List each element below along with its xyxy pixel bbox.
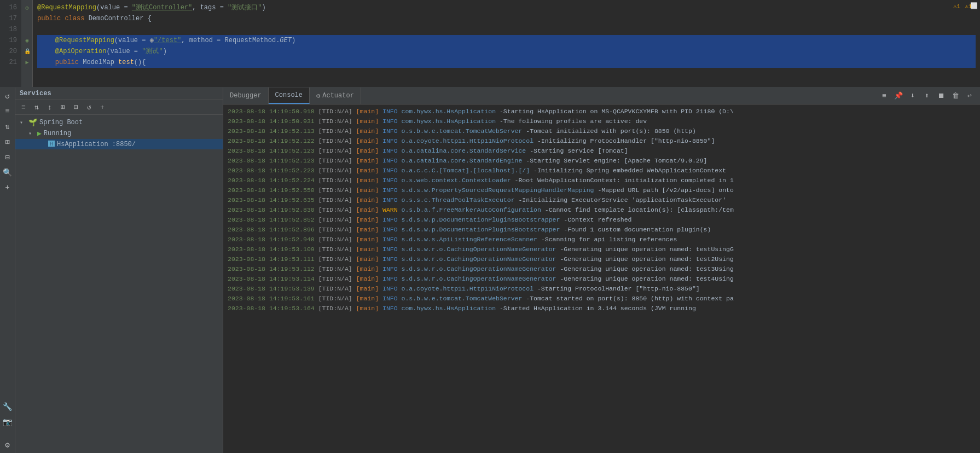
log-thread: [main] (356, 305, 379, 312)
log-tid: [TID:N/A] (318, 127, 352, 135)
log-message: -Tomcat started on port(s): 8850 (http) … (526, 295, 734, 302)
filter-icon[interactable]: ⊟ (2, 151, 14, 163)
log-class: o.a.catalina.core.StandardService (402, 147, 526, 154)
log-thread: [main] (356, 127, 379, 135)
add-icon[interactable]: + (2, 182, 14, 194)
log-timestamp: 2023-08-18 14:19:52.852 (228, 216, 315, 223)
console-btn-wrap[interactable]: ↩ (964, 90, 976, 102)
code-line-21: public ModelMap test(){ (37, 57, 976, 68)
search-icon[interactable]: 🔍 (2, 166, 14, 178)
log-line: 2023-08-18 14:19:53.114 [TID:N/A] [main]… (228, 274, 976, 284)
toolbar-all-btn[interactable]: ≡ (18, 101, 30, 113)
log-thread: [main] (356, 157, 379, 164)
log-timestamp: 2023-08-18 14:19:53.111 (228, 255, 315, 263)
log-message: -Context refreshed (564, 216, 631, 223)
code-line-16: @RequestMapping(value = "测试Controller", … (37, 2, 976, 13)
log-message: -Initializing ExecutorService 'applicati… (518, 196, 726, 204)
sort-icon[interactable]: ⇅ (2, 120, 14, 132)
code-line-19: @RequestMapping(value = ◉"/test", method… (37, 35, 976, 46)
string-val[interactable]: "测试Controller" (132, 4, 192, 11)
gear-icon[interactable]: ⚙ (2, 439, 14, 451)
log-level: INFO (382, 137, 398, 144)
code-line-17: public class DemoController { (37, 13, 976, 24)
keyword: public (55, 59, 83, 66)
log-class: o.a.c.c.C.[Tomcat].[localhost].[/] (402, 167, 530, 174)
wrench-icon[interactable]: 🔧 (2, 400, 14, 413)
toolbar-sort-btn[interactable]: ⇅ (31, 101, 43, 113)
log-thread: [main] (356, 206, 379, 213)
toolbar-add-btn[interactable]: + (96, 101, 108, 113)
log-timestamp: 2023-08-18 14:19:53.164 (228, 305, 315, 312)
console-btn-lines[interactable]: ≡ (878, 90, 890, 102)
code-text: ) (262, 4, 265, 11)
toolbar-filter-btn[interactable]: ⊟ (70, 101, 82, 113)
console-btn-clear[interactable]: 🗑 (949, 90, 961, 102)
console-btn-stop[interactable]: ⏹ (935, 90, 947, 102)
tree-item-hs-app[interactable]: ▸ 🅷 HsApplication :8850/ (15, 139, 223, 149)
log-message: -Scanning for api listing references (541, 236, 677, 243)
toolbar-search-btn[interactable]: ↺ (83, 101, 95, 113)
toolbar-collapse-btn[interactable]: ↕ (44, 101, 56, 113)
log-thread: [main] (356, 255, 379, 263)
services-header: Services ⬜ (15, 88, 223, 100)
log-level: INFO (382, 177, 398, 184)
log-line: 2023-08-18 14:19:52.123 [TID:N/A] [main]… (228, 146, 976, 156)
log-line: 2023-08-18 14:19:52.852 [TID:N/A] [main]… (228, 215, 976, 225)
log-timestamp: 2023-08-18 14:19:50.931 (228, 118, 315, 125)
log-message: -Starting Servlet engine: [Apache Tomcat… (526, 157, 707, 164)
log-thread: [main] (356, 285, 379, 292)
tab-actuator[interactable]: ⚙ Actuator (310, 88, 361, 104)
log-level: INFO (382, 147, 398, 154)
line-num: 21 (4, 57, 17, 68)
log-timestamp: 2023-08-18 14:19:52.635 (228, 196, 315, 204)
log-level: INFO (382, 305, 398, 312)
log-class: s.d.s.w.p.DocumentationPluginsBootstrapp… (402, 216, 560, 223)
console-btn-down[interactable]: ⬇ (907, 90, 919, 102)
tab-debugger[interactable]: Debugger (223, 88, 269, 104)
code-text: (value = (96, 4, 132, 11)
log-message: -Generating unique operation named: test… (560, 246, 733, 253)
log-line: 2023-08-18 14:19:52.635 [TID:N/A] [main]… (228, 195, 976, 205)
camera-icon[interactable]: 📷 (2, 416, 14, 428)
code-editor[interactable]: @RequestMapping(value = "测试Controller", … (33, 0, 980, 87)
console-output[interactable]: 2023-08-18 14:19:50.918 [TID:N/A] [main]… (223, 104, 980, 453)
tree-item-running[interactable]: ▾ ▶ Running (15, 128, 223, 139)
log-line: 2023-08-18 14:19:53.161 [TID:N/A] [main]… (228, 294, 976, 304)
log-tid: [TID:N/A] (318, 255, 352, 263)
log-thread: [main] (356, 167, 379, 174)
log-thread: [main] (356, 216, 379, 223)
console-btn-pin[interactable]: 📌 (892, 90, 904, 102)
log-message: -Root WebApplicationContext: initializat… (515, 177, 734, 184)
console-toolbar: ≡ 📌 ⬇ ⬆ ⏹ 🗑 ↩ (874, 90, 980, 102)
class-name: DemoController { (89, 15, 152, 22)
annotation: @ApiOperation (55, 48, 107, 55)
log-message: -Cannot find template location(s): [clas… (545, 206, 734, 213)
tree-item-spring-boot[interactable]: ▾ 🌱 Spring Boot (15, 117, 223, 128)
log-class: o.a.coyote.http11.Http11NioProtocol (402, 137, 534, 144)
code-text: ) (163, 48, 167, 55)
console-btn-up[interactable]: ⬆ (921, 90, 933, 102)
log-message: -Generating unique operation named: test… (560, 275, 733, 282)
debugger-label: Debugger (230, 92, 262, 100)
log-thread: [main] (356, 137, 379, 144)
log-message: -Starting HsApplication on MS-QCAPVKCXYM… (500, 108, 734, 115)
code-text: (value = (114, 37, 150, 44)
log-thread: [main] (356, 246, 379, 253)
toolbar-group-btn[interactable]: ⊞ (57, 101, 69, 113)
log-timestamp: 2023-08-18 14:19:52.896 (228, 226, 315, 233)
actuator-icon: ⚙ (316, 92, 320, 100)
type: ModelMap (83, 59, 118, 66)
log-tid: [TID:N/A] (318, 196, 352, 204)
log-class: s.d.s.w.r.o.CachingOperationNameGenerato… (402, 255, 556, 263)
list-icon[interactable]: ≡ (2, 105, 14, 117)
log-tid: [TID:N/A] (318, 275, 352, 282)
group-icon[interactable]: ⊞ (2, 136, 14, 148)
log-level: INFO (382, 216, 398, 223)
log-tid: [TID:N/A] (318, 108, 352, 115)
log-line: 2023-08-18 14:19:52.122 [TID:N/A] [main]… (228, 136, 976, 146)
log-line: 2023-08-18 14:19:52.940 [TID:N/A] [main]… (228, 235, 976, 245)
log-tid: [TID:N/A] (318, 167, 352, 174)
refresh-icon[interactable]: ↺ (2, 90, 14, 102)
code-text: , method = (181, 37, 224, 44)
tab-console[interactable]: Console (269, 88, 310, 104)
